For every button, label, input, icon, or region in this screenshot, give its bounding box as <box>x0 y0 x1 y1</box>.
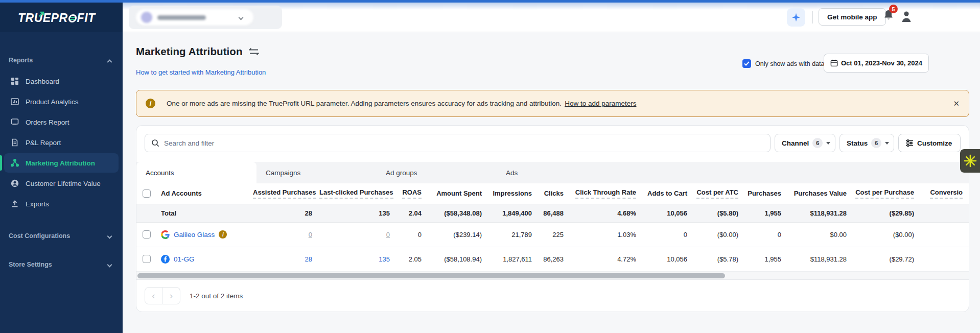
col-impressions[interactable]: Impressions <box>489 183 539 204</box>
tab-ads[interactable]: Ads <box>497 162 617 183</box>
sidebar-item-product-analytics[interactable]: Product Analytics <box>4 92 119 111</box>
sidebar-item-exports[interactable]: Exports <box>4 194 119 213</box>
only-show-ads-checkbox[interactable] <box>742 59 751 68</box>
attribution-icon <box>10 158 19 168</box>
top-blue-strip <box>0 0 980 3</box>
sidebar-item-customer-lifetime-value[interactable]: Customer Lifetime Value <box>4 174 119 193</box>
channel-label: Channel <box>782 139 809 147</box>
notification-badge: 5 <box>889 5 898 13</box>
page-title-row: Marketing Attribution <box>136 45 259 58</box>
account-link[interactable]: 01-GG <box>174 255 195 263</box>
next-page-button[interactable]: › <box>162 287 180 304</box>
status-label: Status <box>847 139 868 147</box>
only-show-ads-control: Only show ads with data <box>742 59 825 68</box>
info-icon[interactable]: i <box>219 230 227 239</box>
ai-sparkle-button[interactable] <box>787 8 805 27</box>
roas-value: 0 <box>397 222 429 247</box>
row-checkbox[interactable] <box>143 230 151 239</box>
roas-value: 2.05 <box>397 247 429 271</box>
sidebar-section-store-settings[interactable]: Store Settings <box>0 259 123 270</box>
tab-accounts[interactable]: Accounts <box>136 162 256 183</box>
assisted-purchases-link[interactable]: 28 <box>305 255 312 263</box>
clicks-value: 225 <box>539 222 571 247</box>
purchases-value: 0 <box>745 222 788 247</box>
customer-icon <box>10 179 19 188</box>
info-icon: i <box>146 99 155 108</box>
sidebar-item-label: Marketing Attribution <box>26 159 95 167</box>
date-range-label: Oct 01, 2023-Nov 30, 2024 <box>841 59 922 67</box>
row-checkbox[interactable] <box>143 255 151 263</box>
col-last-clicked-purchases[interactable]: Last-clicked Purchases <box>319 183 397 204</box>
level-tabs: Accounts Campaigns Ad groups Ads <box>136 162 969 183</box>
adds-to-cart-value: 10,056 <box>643 247 694 271</box>
notifications-button[interactable]: 5 <box>883 9 896 25</box>
how-to-add-parameters-link[interactable]: How to add parameters <box>565 100 636 107</box>
date-range-picker[interactable]: Oct 01, 2023-Nov 30, 2024 <box>824 54 929 73</box>
sidebar-item-pl-report[interactable]: P&L Report <box>4 133 119 152</box>
col-amount-spent[interactable]: Amount Spent <box>429 183 489 204</box>
col-adds-to-cart[interactable]: Adds to Cart <box>643 183 694 204</box>
sidebar-logo-area: TRUEPRFIT <box>0 0 123 32</box>
scrollbar-thumb[interactable] <box>137 273 725 278</box>
trueprofit-logo[interactable]: TRUEPRFIT <box>18 11 96 25</box>
col-assisted-purchases[interactable]: Assisted Purchases <box>253 183 319 204</box>
horizontal-scrollbar[interactable] <box>136 272 969 280</box>
col-purchases[interactable]: Purchases <box>745 183 788 204</box>
store-selector[interactable] <box>129 6 282 29</box>
last-clicked-purchases-link[interactable]: 135 <box>379 255 390 263</box>
assisted-purchases-link[interactable]: 0 <box>309 231 312 239</box>
total-ctr: 4.68% <box>571 204 643 222</box>
sidebar-section-reports[interactable]: Reports <box>0 55 123 65</box>
search-input[interactable] <box>164 139 764 147</box>
ctr-value: 1.03% <box>571 222 643 247</box>
export-icon <box>10 199 19 208</box>
col-clicks[interactable]: Clicks <box>539 183 571 204</box>
last-clicked-purchases-link[interactable]: 0 <box>386 231 390 239</box>
total-assisted: 28 <box>253 204 319 222</box>
getting-started-link[interactable]: How to get started with Marketing Attrib… <box>136 68 266 76</box>
tab-campaigns[interactable]: Campaigns <box>256 162 377 183</box>
sidebar-item-dashboard[interactable]: Dashboard <box>4 72 119 91</box>
sidebar-item-marketing-attribution[interactable]: Marketing Attribution <box>4 153 119 173</box>
total-row: Total 28 135 2.04 ($58,348.08) 1,849,400… <box>136 204 969 222</box>
previous-page-button[interactable]: ‹ <box>145 287 162 304</box>
table-row: Galileo Glass i 0 0 0 ($239.14) 21,789 2… <box>136 222 969 247</box>
swap-arrows-icon[interactable] <box>249 47 259 56</box>
logo-text-2: EPR <box>43 11 68 25</box>
col-purchases-value[interactable]: Purchases Value <box>788 183 854 204</box>
select-all-checkbox[interactable] <box>143 189 151 198</box>
channel-count-badge: 6 <box>812 138 823 148</box>
close-icon[interactable]: ✕ <box>953 99 960 108</box>
main-content: Get mobile app 5 Marketing Attribution O… <box>123 3 980 333</box>
total-impressions: 1,849,400 <box>489 204 539 222</box>
tab-ad-groups[interactable]: Ad groups <box>377 162 497 183</box>
clicks-value: 86,263 <box>539 247 571 271</box>
impressions-value: 21,789 <box>489 222 539 247</box>
cost-per-atc-value: ($5.78) <box>694 247 745 271</box>
col-conversion[interactable]: Conversio <box>921 183 969 204</box>
sidebar-section-cost-configurations[interactable]: Cost Configurations <box>0 231 123 241</box>
document-icon <box>10 138 19 147</box>
channel-filter-button[interactable]: Channel 6 <box>775 134 835 152</box>
purchases-value-value: $118,931.28 <box>788 247 854 271</box>
account-button[interactable] <box>900 10 913 25</box>
col-cost-per-purchase[interactable]: Cost per Purchase <box>854 183 921 204</box>
customize-button[interactable]: Customize <box>898 134 961 152</box>
cost-per-purchase-value: ($29.72) <box>854 247 921 271</box>
orders-icon <box>10 117 19 127</box>
extension-widget[interactable] <box>960 149 980 173</box>
col-cost-per-atc[interactable]: Cost per ATC <box>694 183 745 204</box>
cost-configurations-label: Cost Configurations <box>9 232 70 240</box>
logo-arrow-icon <box>38 7 45 20</box>
col-click-through-rate[interactable]: Click Through Rate <box>571 183 643 204</box>
col-roas[interactable]: ROAS <box>397 183 429 204</box>
total-clicks: 86,488 <box>539 204 571 222</box>
account-link[interactable]: Galileo Glass <box>174 231 215 239</box>
sidebar-nav: Dashboard Product Analytics Orders Repor… <box>0 72 123 213</box>
status-filter-button[interactable]: Status 6 <box>839 134 894 152</box>
only-show-ads-label: Only show ads with data <box>755 60 825 67</box>
sidebar-item-orders-report[interactable]: Orders Report <box>4 112 119 132</box>
get-mobile-app-button[interactable]: Get mobile app <box>819 8 886 26</box>
warning-banner: i One or more ads are missing the TruePr… <box>136 90 969 117</box>
sparkle-icon <box>790 12 802 23</box>
